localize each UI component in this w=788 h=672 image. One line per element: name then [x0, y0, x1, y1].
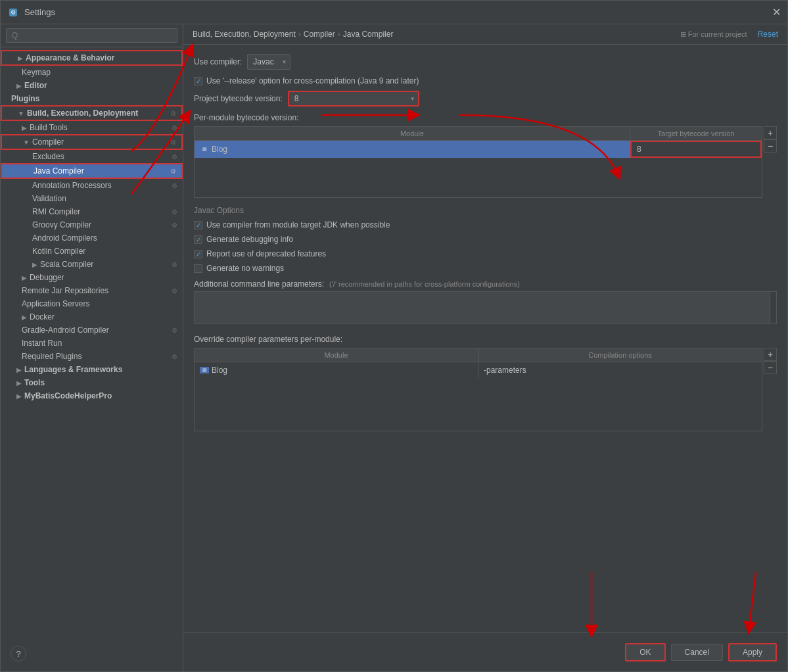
right-panel: Build, Execution, Deployment › Compiler …: [183, 24, 787, 671]
module-name-cell: ▤ Blog: [195, 141, 630, 157]
bytecode-version-dropdown[interactable]: 8: [288, 91, 419, 107]
javac-label-3: Report use of deprecated features: [206, 249, 326, 258]
sidebar-item-rmi[interactable]: RMI Compiler ⚙: [1, 205, 183, 218]
per-module-label-row: Per-module bytecode version:: [194, 113, 777, 122]
additional-cmd-input[interactable]: [194, 291, 770, 324]
panel-content: Use compiler: Javac Use '--release' opti…: [183, 45, 787, 632]
remove-row-button[interactable]: −: [764, 139, 777, 153]
javac-label-1: Use compiler from module target JDK when…: [206, 220, 390, 229]
use-compiler-dropdown[interactable]: Javac: [247, 54, 290, 70]
cmd-input-row: [194, 291, 777, 324]
javac-option-1: Use compiler from module target JDK when…: [194, 220, 777, 229]
search-input[interactable]: [6, 28, 177, 43]
table-header: Module Target bytecode version: [195, 127, 762, 141]
javac-checkbox-1[interactable]: [194, 221, 202, 229]
app-icon: ⚙: [7, 7, 19, 18]
override-table-side: + −: [764, 348, 777, 439]
apply-button[interactable]: Apply: [728, 643, 777, 661]
breadcrumb-sep-1: ›: [298, 30, 301, 39]
remove-override-button[interactable]: −: [764, 361, 777, 374]
expand-arrow: ▶: [16, 379, 22, 387]
sidebar: ▶ Appearance & Behavior Keymap ▶ Editor …: [1, 24, 183, 671]
settings-icon: ⚙: [172, 182, 177, 189]
breadcrumb-part-1: Build, Execution, Deployment: [193, 30, 296, 39]
javac-checkbox-4[interactable]: [194, 264, 202, 273]
sidebar-item-remote-jar[interactable]: Remote Jar Repositories ⚙: [1, 284, 183, 297]
bytecode-version-label: Project bytecode version:: [194, 94, 283, 103]
javac-option-3: Report use of deprecated features: [194, 249, 777, 258]
expand-arrow: ▶: [32, 261, 37, 268]
search-box: [1, 24, 183, 47]
settings-icon: ⚙: [172, 353, 177, 360]
override-label: Override compiler parameters per-module:: [194, 335, 342, 344]
table-side-buttons: + −: [764, 126, 777, 198]
sidebar-item-label: Required Plugins: [22, 352, 169, 361]
sidebar-item-label: Application Servers: [22, 299, 177, 308]
settings-icon: ⚙: [172, 327, 177, 334]
sidebar-item-scala[interactable]: ▶ Scala Compiler ⚙: [1, 258, 183, 271]
sidebar-item-label: Groovy Compiler: [32, 220, 169, 229]
sidebar-item-editor[interactable]: ▶ Editor: [1, 79, 183, 92]
sidebar-item-languages[interactable]: ▶ Languages & Frameworks: [1, 363, 183, 376]
cancel-button[interactable]: Cancel: [671, 644, 723, 661]
sidebar-item-required-plugins[interactable]: Required Plugins ⚙: [1, 350, 183, 363]
sidebar-item-excludes[interactable]: Excludes ⚙: [1, 150, 183, 163]
sidebar-item-groovy[interactable]: Groovy Compiler ⚙: [1, 218, 183, 231]
javac-option-4: Generate no warnings: [194, 264, 777, 273]
sidebar-item-mybatis[interactable]: ▶ MyBatisCodeHelperPro: [1, 389, 183, 402]
override-module-cell: ▤ Blog: [195, 362, 478, 378]
javac-section-label: Javac Options: [194, 206, 777, 215]
module-table-container: Module Target bytecode version ▤ Blog: [194, 126, 777, 198]
sidebar-item-appearance[interactable]: ▶ Appearance & Behavior: [1, 50, 183, 66]
use-release-checkbox[interactable]: [194, 77, 202, 85]
sidebar-item-compiler[interactable]: ▼ Compiler ⚙: [1, 134, 183, 150]
javac-checkbox-3[interactable]: [194, 250, 202, 258]
module-table: Module Target bytecode version ▤ Blog: [194, 126, 762, 198]
additional-cmd-hint: ('/' recommended in paths for cross-plat…: [329, 280, 520, 288]
sidebar-item-label: Validation: [32, 194, 177, 203]
settings-icon: ⚙: [172, 287, 177, 295]
expand-arrow: ▼: [23, 139, 30, 146]
expand-arrow: ▶: [18, 55, 23, 62]
sidebar-item-annotation[interactable]: Annotation Processors ⚙: [1, 179, 183, 192]
javac-checkbox-2[interactable]: [194, 235, 202, 244]
sidebar-item-label: Build, Execution, Deployment: [27, 108, 168, 118]
breadcrumb-bar: Build, Execution, Deployment › Compiler …: [183, 24, 787, 45]
sidebar-item-label: Excludes: [32, 152, 169, 161]
sidebar-item-app-servers[interactable]: Application Servers: [1, 297, 183, 310]
sidebar-item-debugger[interactable]: ▶ Debugger: [1, 271, 183, 284]
module-col-header: Module: [195, 127, 630, 140]
close-button[interactable]: ✕: [772, 8, 781, 17]
reset-link[interactable]: Reset: [758, 30, 778, 39]
sidebar-item-build-exec[interactable]: ▼ Build, Execution, Deployment ⚙: [1, 105, 183, 121]
sidebar-item-label: Android Compilers: [32, 233, 177, 243]
override-table-container: Module Compilation options ▤ Blog: [194, 348, 777, 439]
breadcrumb: Build, Execution, Deployment › Compiler …: [193, 30, 393, 39]
sidebar-item-kotlin[interactable]: Kotlin Compiler: [1, 245, 183, 258]
expand-arrow: ▶: [22, 314, 27, 321]
sidebar-item-android[interactable]: Android Compilers: [1, 231, 183, 245]
ok-button[interactable]: OK: [625, 643, 665, 661]
sidebar-item-tools[interactable]: ▶ Tools: [1, 376, 183, 389]
add-row-button[interactable]: +: [764, 126, 777, 139]
override-table-header: Module Compilation options: [195, 348, 762, 362]
sidebar-item-label: Compiler: [32, 137, 168, 147]
sidebar-item-gradle-android[interactable]: Gradle-Android Compiler ⚙: [1, 324, 183, 337]
add-override-button[interactable]: +: [764, 348, 777, 361]
table-row[interactable]: ▤ Blog 8: [195, 141, 762, 158]
settings-icon: ⚙: [172, 208, 177, 216]
javac-label-2: Generate debugging info: [206, 235, 293, 244]
override-table-row[interactable]: ▤ Blog -parameters: [195, 362, 762, 378]
sidebar-item-validation[interactable]: Validation: [1, 192, 183, 205]
sidebar-item-plugins[interactable]: Plugins: [1, 92, 183, 105]
expand-arrow: ▶: [22, 124, 27, 132]
sidebar-item-keymap[interactable]: Keymap: [1, 66, 183, 79]
override-label-row: Override compiler parameters per-module:: [194, 335, 777, 344]
sidebar-item-label: Scala Compiler: [40, 260, 169, 269]
sidebar-item-java-compiler[interactable]: Java Compiler ⚙: [1, 163, 183, 179]
sidebar-item-label: Kotlin Compiler: [32, 247, 177, 256]
additional-cmd-container: Additional command line parameters: ('/'…: [194, 279, 777, 324]
sidebar-item-build-tools[interactable]: ▶ Build Tools ⚙: [1, 121, 183, 134]
sidebar-item-docker[interactable]: ▶ Docker: [1, 310, 183, 324]
sidebar-item-instant-run[interactable]: Instant Run: [1, 337, 183, 350]
